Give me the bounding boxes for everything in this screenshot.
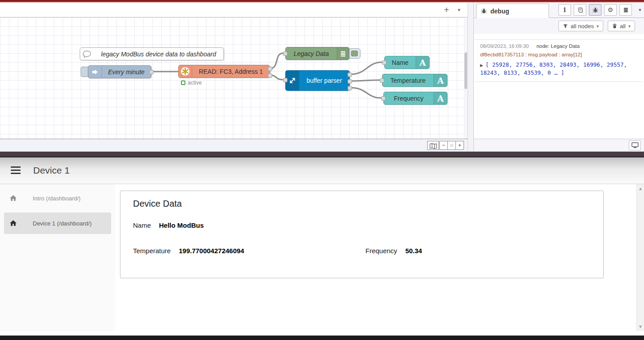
dashboard-nav-sidebar: Intro (/dashboard/) Device 1 (/dashboard… (0, 184, 115, 331)
payload-array-line-1: [ 25928, 27756, 8303, 28493, 16996, 2955… (485, 61, 627, 68)
nav-item-intro[interactable]: Intro (/dashboard/) (4, 187, 111, 209)
dashboard-window: Device 1 Intro (/dashboard/) Device 1 (/… (0, 157, 644, 336)
clear-all-label: all (620, 23, 626, 30)
window-separator-bar (0, 151, 644, 157)
caret-down-icon: ▾ (597, 24, 599, 29)
field-value: 50.34 (405, 247, 422, 255)
scroll-up-icon[interactable]: ▲ (637, 185, 644, 192)
bug-icon (481, 8, 487, 14)
workspace-tab-bar: + ▾ (0, 2, 468, 17)
clear-messages-dropdown[interactable]: all ▾ (608, 21, 635, 31)
flow-list-caret-icon[interactable]: ▾ (453, 4, 465, 16)
debug-sidebar-footer (474, 139, 644, 151)
modbus-node-label: READ: FC3, Address 1 (192, 68, 270, 75)
field-value: 199.77000427246094 (179, 247, 244, 255)
debug-message-list[interactable]: 08/09/2023, 16:09:30 node: Legacy Data d… (474, 34, 644, 139)
add-flow-button[interactable]: + (441, 4, 452, 16)
ui-name-input-port[interactable] (382, 60, 386, 65)
debug-console-icon (337, 47, 349, 60)
debug-message-meta: 08/09/2023, 16:09:30 node: Legacy Data (480, 43, 640, 49)
info-tab-button[interactable]: i (558, 4, 571, 16)
modbus-output-port-2[interactable] (268, 73, 272, 78)
context-data-tab-button[interactable] (619, 4, 632, 16)
node-red-editor-window: + ▾ legacy ModBus device data to (0, 2, 644, 151)
dashboard-body: Intro (/dashboard/) Device 1 (/dashboard… (0, 184, 644, 331)
modbus-status: active (181, 80, 202, 86)
expand-triangle-icon[interactable]: ▶ (480, 63, 483, 68)
monitor-icon (631, 142, 639, 149)
speech-bubble-icon (80, 48, 94, 60)
text-A-icon: A (416, 56, 429, 68)
node-ui-text-name[interactable]: Name A (384, 56, 429, 69)
caret-down-icon: ▾ (628, 24, 631, 29)
workspace-footer: − ○ + (0, 139, 468, 151)
bottom-dark-bar (0, 336, 644, 340)
field-temperature: Temperature 199.77000427246094 (133, 247, 244, 255)
debug-message[interactable]: 08/09/2023, 16:09:30 node: Legacy Data d… (475, 39, 643, 82)
menu-hamburger-icon[interactable] (11, 166, 21, 174)
debug-toggle-state (351, 51, 358, 56)
parser-output-port-3[interactable] (348, 86, 352, 90)
debug-sidebar: debug i ⚙ ▾ (474, 2, 644, 151)
parser-output-port-1[interactable] (348, 72, 352, 77)
modbus-asterisk-icon (179, 65, 192, 77)
dashboard-vertical-scrollbar[interactable]: ▲ ▼ (636, 184, 644, 331)
node-modbus-read[interactable]: READ: FC3, Address 1 (178, 65, 270, 78)
nav-item-device-1[interactable]: Device 1 (/dashboard/) (4, 212, 111, 234)
field-label: Temperature (133, 247, 171, 255)
modbus-output-port-1[interactable] (268, 67, 272, 71)
tab-debug[interactable]: debug (476, 4, 549, 18)
ui-temperature-label: Temperature (382, 77, 434, 84)
debug-source-node: node: Legacy Data (537, 43, 580, 49)
trash-icon (612, 23, 617, 29)
zoom-out-button[interactable]: − (439, 141, 448, 150)
filter-nodes-dropdown[interactable]: all nodes ▾ (558, 21, 603, 31)
ui-temperature-input-port[interactable] (380, 78, 384, 83)
funnel-icon (563, 24, 568, 29)
inject-output-port[interactable] (149, 70, 154, 74)
node-ui-text-temperature[interactable]: Temperature A (382, 74, 447, 87)
sidebar-resize-handle[interactable] (468, 2, 474, 151)
sidebar-tab-buttons: i ⚙ (558, 4, 632, 16)
node-buffer-parser[interactable]: buffer parser (285, 70, 350, 91)
field-label: Frequency (365, 247, 397, 255)
scrollbar-thumb[interactable] (464, 52, 467, 89)
debug-tab-button[interactable] (589, 4, 601, 16)
flow-canvas[interactable]: legacy ModBus device data to dashboard E… (0, 17, 468, 139)
open-debug-window-button[interactable] (629, 140, 641, 150)
config-gear-tab-button[interactable]: ⚙ (604, 4, 617, 16)
debug-message-value[interactable]: ▶[ 25928, 27756, 8303, 28493, 16996, 295… (480, 61, 640, 77)
text-A-icon: A (434, 74, 447, 86)
workspace-vertical-scrollbar[interactable] (464, 17, 468, 139)
sidebar-options-caret-icon[interactable]: ▾ (639, 7, 641, 13)
zoom-reset-button[interactable]: ○ (447, 141, 456, 150)
scroll-down-icon[interactable]: ▼ (637, 323, 644, 330)
debug-enable-toggle[interactable] (348, 48, 361, 59)
status-text: active (188, 80, 202, 86)
filter-nodes-label: all nodes (571, 23, 594, 30)
expand-arrows-icon (286, 71, 299, 90)
ui-name-label: Name (385, 59, 416, 66)
wire-parser-to-name (351, 62, 382, 74)
debug-toolbar: all nodes ▾ all ▾ (474, 18, 644, 34)
wire-modbus-to-debug (270, 53, 283, 68)
node-ui-text-frequency[interactable]: Frequency A (383, 92, 447, 105)
ui-frequency-input-port[interactable] (381, 96, 386, 101)
wire-parser-to-frequency (351, 88, 381, 98)
parser-node-label: buffer parser (299, 77, 349, 84)
parser-output-port-2[interactable] (348, 79, 352, 84)
nav-item-label: Intro (/dashboard/) (33, 195, 81, 202)
comment-node-label: legacy ModBus device data to dashboard (94, 51, 223, 58)
nav-item-label: Device 1 (/dashboard/) (33, 220, 92, 227)
zoom-in-button[interactable]: + (455, 141, 464, 150)
debug-input-port[interactable] (283, 51, 288, 56)
navigator-map-button[interactable] (427, 141, 439, 150)
node-debug-legacy-data[interactable]: Legacy Data (285, 47, 349, 60)
node-inject[interactable]: Every minute (88, 65, 151, 78)
parser-input-port[interactable] (283, 78, 288, 82)
help-book-tab-button[interactable] (574, 4, 586, 16)
field-label: Name (133, 221, 151, 229)
payload-array-line-2: 18243, 8133, 43539, 0 … ] (480, 69, 640, 77)
node-comment[interactable]: legacy ModBus device data to dashboard (80, 47, 224, 60)
dashboard-header: Device 1 (0, 157, 644, 184)
